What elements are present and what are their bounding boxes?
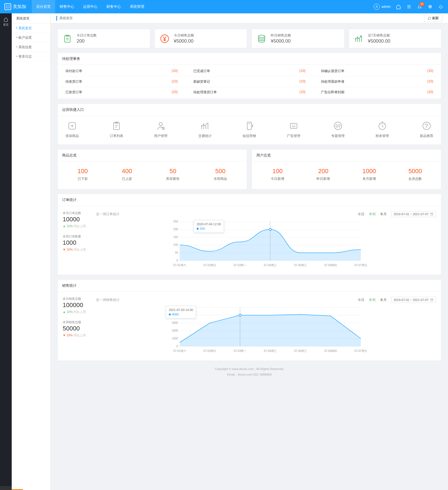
sidebar-item-home[interactable]: 系统首页	[12, 23, 50, 33]
quick-entry[interactable]: 订单列表	[110, 121, 123, 138]
quick-entry[interactable]: 新品推荐	[420, 121, 433, 138]
yen-icon	[159, 33, 170, 44]
todo-item[interactable]: 新缺货登记(10)	[186, 77, 313, 87]
todo-item[interactable]: 待发货订单(10)	[58, 77, 186, 87]
svg-text:07-07周五: 07-07周五	[354, 264, 367, 267]
quick-entry[interactable]: 短信营销	[243, 121, 256, 138]
avatar-icon	[374, 4, 380, 10]
svg-text:07-07周五: 07-07周五	[354, 349, 367, 352]
quick-entry[interactable]: 添加商品	[65, 121, 79, 138]
todo-item[interactable]: 已发货订单(10)	[58, 87, 186, 98]
todo-item[interactable]: 待处理退货订单(10)	[186, 87, 313, 98]
overview-item: 1000本月新增	[362, 168, 376, 181]
date-range-picker[interactable]: 2019-07-01 ~ 2021-07-07	[391, 211, 436, 217]
svg-text:07-06周四: 07-06周四	[324, 264, 337, 267]
todo-item[interactable]: 待处理退款申请(10)	[313, 77, 441, 87]
sales-area-chart: 50004000300020001000007-01周六07-02周日07-03…	[96, 305, 436, 355]
kpi-week-sales: 近7天销售总额¥50000.00	[349, 29, 442, 48]
nav-home[interactable]: 后台首页	[32, 0, 55, 13]
sidebar-rail: 首页	[0, 13, 12, 490]
svg-point-4	[430, 6, 431, 7]
todo-item[interactable]: 待付款订单(10)	[58, 66, 186, 77]
nav-sales[interactable]: 销售中心	[55, 0, 79, 13]
svg-rect-13	[247, 122, 252, 130]
overview-item: 50库存紧张	[166, 168, 179, 181]
quick-entry[interactable]: 用户管理	[154, 121, 167, 138]
chart-tooltip: 2020-07-04 12:30 200	[194, 220, 224, 233]
quick-panel: 运营快捷入口 添加商品订单列表用户管理交易统计短信营销广告管理专题管理秒杀管理新…	[57, 104, 441, 145]
submenu-head: 系统首页	[12, 13, 50, 23]
home-icon[interactable]	[396, 4, 401, 9]
todo-panel: 待处理事务 待付款订单(10)已完成订单(10)待确认退货订单(10)待发货订单…	[57, 53, 441, 99]
svg-text:07-04周三: 07-04周三	[264, 264, 277, 267]
svg-text:07-04周三: 07-04周三	[264, 349, 277, 352]
theme-icon[interactable]	[427, 4, 433, 9]
tab-month-2[interactable]: 本月	[380, 298, 387, 302]
coins-icon	[256, 33, 267, 44]
sidebar-item-log[interactable]: 登录日志	[12, 52, 50, 61]
overview-item: 400已上架	[122, 168, 132, 181]
goods-overview: 商品总览 100已下架400已上架50库存紧张500全部商品	[57, 149, 247, 189]
svg-text:07-05周三: 07-05周三	[294, 264, 307, 267]
svg-text:07-03周一: 07-03周一	[234, 349, 247, 352]
main: 系统首页 刷新 今日订单总数200 今日销售总额¥5000.00 昨日销	[51, 13, 448, 490]
user-menu[interactable]: admin	[374, 4, 391, 10]
quick-entry[interactable]: 专题管理	[331, 121, 345, 138]
svg-point-11	[159, 122, 162, 126]
clipboard-icon	[62, 33, 73, 44]
svg-point-1	[376, 6, 377, 7]
svg-text:150: 150	[173, 236, 178, 239]
todo-item[interactable]: 待确认退货订单(10)	[313, 66, 441, 77]
overview-item: 500全部商品	[214, 168, 227, 181]
topbar: 美加加 后台首页 销售中心 运营中心 财务中心 系统管理 admin 50	[0, 0, 448, 13]
svg-text:07-05周三: 07-05周三	[294, 349, 307, 352]
svg-text:3000: 3000	[172, 321, 178, 324]
todo-item[interactable]: 广告位即将到期(10)	[313, 87, 441, 98]
chart-tooltip-2: 2021-07-03 14:30 4000	[166, 306, 196, 318]
tab-week[interactable]: 本周	[369, 212, 376, 217]
todo-item[interactable]: 已完成订单(10)	[186, 66, 313, 77]
quick-entry[interactable]: 秒杀管理	[376, 121, 389, 138]
tab-today-2[interactable]: 今日	[358, 298, 364, 302]
nav-ops[interactable]: 运营中心	[79, 0, 102, 13]
footer: Copyright © www.Axure.com , All Rights R…	[57, 361, 441, 383]
svg-text:50: 50	[175, 251, 178, 254]
sidebar-item-account[interactable]: 账户设置	[12, 33, 50, 42]
svg-text:0: 0	[176, 345, 178, 348]
kpi-yesterday-sales: 昨日销售总额¥5000.00	[252, 29, 344, 48]
sidebar-item-sysinfo[interactable]: 系统信息	[12, 42, 50, 52]
overview-item: 200昨日新增	[316, 168, 330, 181]
svg-point-5	[430, 7, 430, 8]
breadcrumb: 系统首页	[56, 16, 73, 21]
date-range-picker-2[interactable]: 2019-07-01 ~ 2021-07-07	[391, 297, 436, 303]
nav-finance[interactable]: 财务中心	[102, 0, 125, 13]
order-chart: 近一周订单统计 今日 本周 本月 2019-07-01 ~ 2021-07-07…	[96, 211, 436, 270]
svg-rect-18	[431, 213, 433, 215]
menu-icon[interactable]	[406, 4, 412, 9]
svg-text:07-01周六: 07-01周六	[173, 349, 186, 352]
bell-icon[interactable]: 50	[417, 4, 422, 9]
brand-logo: 美加加	[4, 3, 26, 10]
svg-text:200: 200	[173, 228, 178, 231]
refresh-button[interactable]: 刷新	[424, 14, 442, 22]
top-nav: 后台首页 销售中心 运营中心 财务中心 系统管理	[32, 0, 149, 13]
nav-system[interactable]: 系统管理	[125, 0, 149, 13]
svg-text:07-03周一: 07-03周一	[234, 264, 247, 267]
quick-entry[interactable]: 广告管理	[287, 121, 300, 138]
tab-today[interactable]: 今日	[358, 212, 364, 217]
username: admin	[381, 5, 391, 9]
svg-point-3	[429, 6, 430, 7]
users-overview: 用户总览 100今日新增200昨日新增1000本月新增5000会员总数	[252, 149, 441, 189]
breadcrumb-bar: 系统首页 刷新	[51, 13, 448, 23]
order-area-chart: 25020015010050007-01周六07-02周日07-03周一07-0…	[96, 219, 436, 269]
logo-icon	[4, 3, 11, 10]
quick-entry[interactable]: 交易统计	[198, 121, 212, 138]
todo-title: 待处理事务	[58, 53, 441, 65]
power-icon[interactable]	[438, 4, 444, 9]
growth-icon	[354, 33, 364, 44]
tab-month[interactable]: 本月	[380, 212, 387, 217]
rail-home-tab[interactable]: 首页	[0, 16, 12, 28]
tab-week-2[interactable]: 本周	[369, 298, 376, 302]
order-stat-panel: 订单统计 本月订单总数 10000 ▲ 10% 同比上周 本周订单数量 1000…	[57, 194, 441, 275]
kpi-today-orders: 今日订单总数200	[57, 29, 150, 48]
